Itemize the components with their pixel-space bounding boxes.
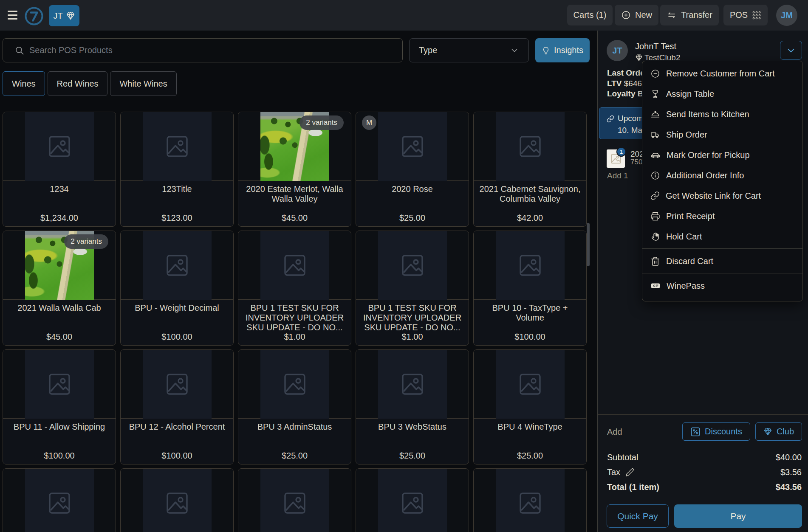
- product-title: BPU 3 WebStatus: [356, 422, 469, 432]
- product-image: [356, 350, 469, 419]
- product-price: $42.00: [474, 213, 586, 223]
- printer-icon: [650, 211, 660, 221]
- product-grid: 1234$1,234.00123Title$123.002 variants20…: [3, 112, 590, 532]
- product-card[interactable]: BPU 10 - TaxType + Volume$100.00: [473, 231, 587, 346]
- product-card[interactable]: 123Title$123.00: [120, 112, 234, 227]
- register-label: JT: [53, 11, 62, 21]
- customer-avatar[interactable]: JT: [607, 40, 628, 61]
- product-image: 2 variants: [238, 112, 351, 181]
- trash-icon: [650, 256, 660, 266]
- product-title: BPU 4 WineType: [474, 422, 586, 432]
- product-card[interactable]: [3, 468, 116, 532]
- chevron-down-icon: [785, 45, 797, 56]
- pos-button[interactable]: POS: [723, 5, 768, 25]
- menu-item-additional-order-info[interactable]: Additional Order Info: [642, 165, 802, 186]
- product-card[interactable]: BPU 1 TEST SKU FOR INVENTORY UPLOADER SK…: [238, 231, 351, 346]
- product-card[interactable]: BPU 3 WebStatus$25.00: [356, 349, 469, 464]
- menu-item-discard-cart[interactable]: Discard Cart: [642, 251, 802, 271]
- link-icon: [650, 191, 660, 200]
- product-title: 123Title: [121, 184, 233, 194]
- cart-summary: Subtotal$40.00Tax$3.56Total (1 item)$43.…: [607, 450, 802, 495]
- grid-dots-icon: [752, 11, 761, 20]
- quantity-badge: 1: [616, 147, 626, 157]
- product-title: 2020 Rose: [356, 184, 469, 194]
- menu-divider: [642, 248, 802, 249]
- product-price: $100.00: [121, 332, 233, 342]
- type-dropdown[interactable]: Type: [409, 38, 529, 62]
- cloche-icon: [650, 110, 660, 119]
- menu-item-print-receipt[interactable]: Print Receipt: [642, 206, 802, 226]
- customer-actions-button[interactable]: [780, 41, 802, 60]
- product-price: $25.00: [356, 213, 469, 223]
- menu-item-send-items-to-kitchen[interactable]: Send Items to Kitchen: [642, 104, 802, 124]
- product-price: $25.00: [474, 451, 586, 461]
- product-image: [356, 231, 469, 300]
- cart-actions-menu: Remove Customer from CartAssign TableSen…: [642, 61, 803, 301]
- menu-item-get-website-link-for-cart[interactable]: Get Website Link for Cart: [642, 186, 802, 206]
- club-button[interactable]: Club: [755, 422, 802, 441]
- filter-chip[interactable]: Red Wines: [48, 71, 108, 96]
- diamond-icon: [763, 427, 772, 436]
- transfer-button[interactable]: Transfer: [660, 5, 719, 25]
- menu-item-winepass[interactable]: WinePass: [642, 276, 802, 296]
- product-image: [474, 469, 586, 532]
- product-image: [238, 469, 351, 532]
- search-icon: [15, 46, 24, 55]
- product-image: [3, 112, 116, 181]
- product-image: [121, 469, 233, 532]
- edit-tax-icon[interactable]: [625, 468, 634, 477]
- product-image: [121, 112, 233, 181]
- quick-pay-button[interactable]: Quick Pay: [607, 504, 669, 528]
- menu-item-assign-table[interactable]: Assign Table: [642, 84, 802, 104]
- variants-badge: 2 variants: [299, 115, 344, 130]
- menu-item-remove-customer-from-cart[interactable]: Remove Customer from Cart: [642, 63, 802, 84]
- menu-item-mark-order-for-pickup[interactable]: Mark Order for Pickup: [642, 145, 802, 165]
- product-card[interactable]: 2 variants2021 Walla Walla Cab$45.00: [3, 231, 116, 346]
- product-card[interactable]: [238, 468, 351, 532]
- type-dropdown-label: Type: [419, 45, 437, 55]
- discounts-button[interactable]: Discounts: [682, 422, 750, 441]
- register-button[interactable]: JT: [49, 5, 79, 26]
- menu-item-hold-cart[interactable]: Hold Cart: [642, 226, 802, 247]
- product-title: BPU 10 - TaxType + Volume: [474, 303, 586, 323]
- product-card[interactable]: BPU 11 - Allow Shipping$100.00: [3, 349, 116, 464]
- scrollbar[interactable]: [587, 223, 590, 266]
- product-card[interactable]: [473, 468, 587, 532]
- sidebar-divider: [598, 414, 808, 415]
- search-input[interactable]: [29, 45, 402, 55]
- lightbulb-icon: [542, 46, 550, 55]
- product-image: [474, 112, 586, 181]
- product-card[interactable]: [120, 468, 234, 532]
- product-image: [356, 469, 469, 532]
- insights-button[interactable]: Insights: [535, 38, 590, 62]
- product-card[interactable]: M2020 Rose$25.00: [356, 112, 469, 227]
- new-button[interactable]: New: [615, 5, 658, 25]
- product-card[interactable]: 2 variants2020 Estate Merlot, Walla Wall…: [238, 112, 351, 227]
- product-card[interactable]: [356, 468, 469, 532]
- pay-button[interactable]: Pay: [674, 504, 802, 528]
- carts-button[interactable]: Carts (1): [567, 5, 613, 25]
- product-image: [121, 350, 233, 419]
- product-price: $1.00: [356, 332, 469, 342]
- add-one-button[interactable]: Add 1: [607, 171, 628, 180]
- commerce7-logo[interactable]: [25, 7, 43, 25]
- product-image: [474, 231, 586, 300]
- ticket-icon: [650, 281, 661, 291]
- product-title: 2021 Walla Walla Cab: [3, 303, 116, 313]
- diamond-icon: [635, 54, 643, 62]
- user-avatar[interactable]: JM: [776, 5, 797, 26]
- filter-chip[interactable]: White Wines: [110, 71, 176, 96]
- hamburger-menu-icon[interactable]: [8, 11, 17, 20]
- product-price: $100.00: [474, 332, 586, 342]
- product-card[interactable]: 2021 Cabernet Sauvignon, Columbia Valley…: [473, 112, 587, 227]
- product-card[interactable]: 1234$1,234.00: [3, 112, 116, 227]
- variants-badge: 2 variants: [64, 234, 108, 249]
- product-card[interactable]: BPU 12 - Alcohol Percent$100.00: [120, 349, 234, 464]
- menu-item-ship-order[interactable]: Ship Order: [642, 124, 802, 145]
- product-card[interactable]: BPU 3 AdminStatus$25.00: [238, 349, 351, 464]
- product-card[interactable]: BPU 1 TEST SKU FOR INVENTORY UPLOADER SK…: [356, 231, 469, 346]
- filter-chip[interactable]: Wines: [3, 71, 45, 96]
- product-card[interactable]: BPU - Weight Decimal$100.00: [120, 231, 234, 346]
- product-price: $1,234.00: [3, 213, 116, 223]
- product-card[interactable]: BPU 4 WineType$25.00: [473, 349, 587, 464]
